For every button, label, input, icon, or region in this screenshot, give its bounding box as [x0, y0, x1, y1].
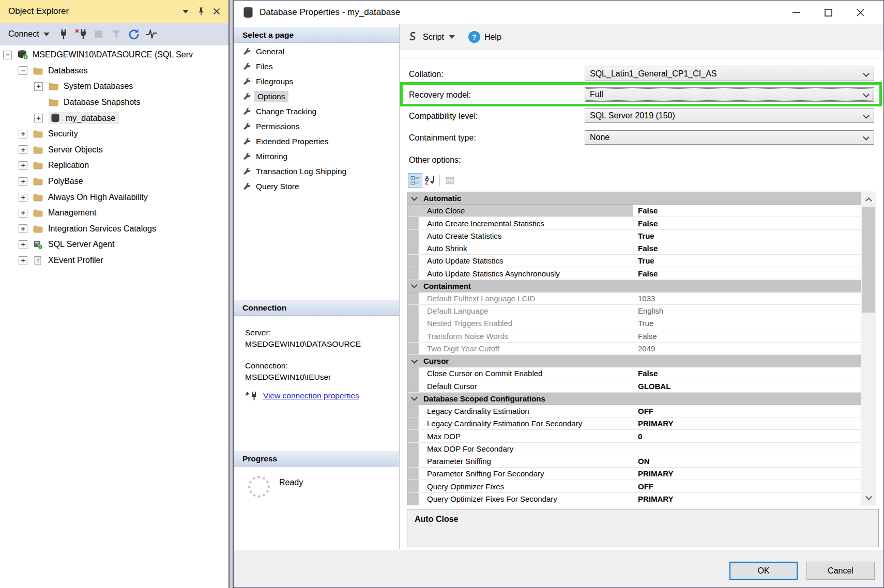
connect-object-explorer-icon[interactable]: [55, 26, 72, 42]
selected-tree-item[interactable]: my_database: [49, 112, 119, 124]
scroll-up-icon[interactable]: [861, 192, 876, 207]
expand-icon[interactable]: +: [34, 82, 43, 91]
tree-item-server-objects[interactable]: + Server Objects: [0, 142, 228, 158]
compatibility-level-combobox[interactable]: SQL Server 2019 (150): [585, 109, 874, 123]
tree-item-security[interactable]: + Security: [0, 126, 228, 142]
tree-item-system-databases[interactable]: + System Databases: [0, 79, 228, 95]
tree-item-label: System Databases: [64, 82, 133, 91]
compatibility-level-value: SQL Server 2019 (150): [590, 111, 675, 120]
tree-item-always-on[interactable]: + Always On High Availability: [0, 189, 228, 205]
grid-category-containment[interactable]: Containment: [407, 280, 861, 292]
tree-item-label: my_database: [66, 114, 115, 123]
connect-button[interactable]: Connect: [3, 27, 55, 41]
close-button[interactable]: [844, 1, 876, 24]
tree-item-replication[interactable]: + Replication: [0, 158, 228, 174]
page-general[interactable]: General: [234, 44, 399, 59]
grid-row[interactable]: Auto Update Statistics AsynchronouslyFal…: [407, 267, 861, 280]
close-icon[interactable]: [209, 4, 224, 19]
help-button[interactable]: ? Help: [468, 31, 501, 43]
maximize-button[interactable]: [812, 1, 844, 24]
page-list: General Files Filegroups Options Change …: [234, 44, 399, 194]
expand-icon[interactable]: +: [19, 193, 27, 202]
expand-icon[interactable]: +: [19, 177, 27, 186]
page-query-store[interactable]: Query Store: [234, 179, 399, 194]
expand-icon[interactable]: +: [19, 161, 27, 170]
grid-row[interactable]: Max DOP For Secondary: [407, 443, 861, 455]
expand-icon[interactable]: +: [19, 256, 27, 265]
alphabetical-sort-button[interactable]: AZ: [422, 173, 437, 188]
expand-icon[interactable]: +: [19, 240, 27, 249]
select-a-page-header: Select a page: [234, 27, 399, 43]
grid-row[interactable]: Query Optimizer Fixes For SecondaryPRIMA…: [407, 493, 861, 505]
page-transaction-log-shipping[interactable]: Transaction Log Shipping: [234, 164, 399, 179]
pin-icon[interactable]: [193, 4, 209, 19]
page-extended-properties[interactable]: Extended Properties: [234, 134, 399, 149]
grid-row: Nested Triggers EnabledTrue: [407, 317, 861, 330]
page-change-tracking[interactable]: Change Tracking: [234, 104, 399, 119]
grid-row[interactable]: Auto Update StatisticsTrue: [407, 255, 861, 267]
grid-row[interactable]: Close Cursor on Commit EnabledFalse: [407, 367, 861, 380]
recovery-model-combobox[interactable]: Full: [585, 87, 874, 102]
tree-item-management[interactable]: + Management: [0, 205, 228, 221]
grid-row[interactable]: Auto ShrinkFalse: [407, 242, 861, 255]
scroll-down-icon[interactable]: [861, 490, 876, 505]
window-position-menu-icon[interactable]: [178, 4, 193, 19]
tree-item-xevent-profiler[interactable]: + XEvent Profiler: [0, 253, 228, 269]
dialog-titlebar[interactable]: Database Properties - my_database: [234, 1, 883, 24]
wrench-icon: [242, 167, 251, 176]
grid-row[interactable]: Parameter SniffingON: [407, 455, 861, 468]
grid-row[interactable]: Default CursorGLOBAL: [407, 380, 861, 393]
property-pages-icon: [445, 176, 455, 185]
categorized-view-button[interactable]: [408, 173, 422, 188]
expand-icon[interactable]: +: [19, 130, 27, 138]
expand-icon[interactable]: +: [19, 224, 27, 233]
chevron-down-icon: [863, 70, 870, 77]
page-options[interactable]: Options: [234, 89, 399, 104]
grid-row[interactable]: Max DOP0: [407, 430, 861, 442]
grid-category-cursor[interactable]: Cursor: [407, 355, 861, 367]
minimize-button[interactable]: [780, 1, 812, 24]
tree-item-polybase[interactable]: + PolyBase: [0, 174, 228, 190]
wrench-icon: [242, 77, 251, 86]
view-connection-properties-link[interactable]: View connection properties: [263, 391, 359, 400]
grid-row-auto-close[interactable]: Auto CloseFalse: [407, 205, 861, 217]
tree-item-sql-server-agent[interactable]: + SQL Server Agent: [0, 237, 228, 253]
activity-monitor-icon[interactable]: [143, 26, 160, 42]
grid-row[interactable]: Legacy Cardinality Estimation For Second…: [407, 417, 861, 430]
object-explorer-titlebar[interactable]: Object Explorer: [0, 0, 228, 23]
disconnect-icon[interactable]: [72, 26, 90, 42]
dialog-button-bar: OK Cancel: [234, 550, 883, 587]
grid-row[interactable]: Query Optimizer FixesOFF: [407, 480, 861, 492]
tree-item-my-database[interactable]: + my_database: [0, 110, 228, 126]
grid-row[interactable]: Auto Create StatisticsTrue: [407, 230, 861, 242]
refresh-icon[interactable]: [125, 26, 143, 42]
containment-type-combobox[interactable]: None: [585, 130, 874, 145]
chevron-down-icon[interactable]: [449, 35, 455, 39]
grid-category-database-scoped-configurations[interactable]: Database Scoped Configurations: [407, 393, 861, 405]
tree-item-integration-services[interactable]: + Integration Services Catalogs: [0, 221, 228, 237]
grid-row[interactable]: Legacy Cardinality EstimationOFF: [407, 405, 861, 417]
ok-button[interactable]: OK: [729, 562, 798, 580]
page-permissions[interactable]: Permissions: [234, 119, 399, 134]
expand-icon[interactable]: +: [19, 209, 27, 218]
collapse-icon[interactable]: −: [3, 51, 12, 59]
tree-item-database-snapshots[interactable]: + Database Snapshots: [0, 95, 228, 111]
script-label: Script: [423, 33, 444, 42]
page-files[interactable]: Files: [234, 59, 399, 74]
collation-combobox[interactable]: SQL_Latin1_General_CP1_CI_AS: [585, 67, 874, 81]
expand-icon[interactable]: +: [34, 114, 43, 122]
expand-icon[interactable]: +: [19, 145, 27, 154]
script-button[interactable]: Script: [408, 32, 455, 43]
tree-item-server[interactable]: − MSEDGEWIN10\DATASOURCE (SQL Serv: [0, 47, 228, 63]
collapse-icon[interactable]: −: [19, 66, 27, 75]
grid-category-automatic[interactable]: Automatic: [407, 192, 861, 205]
property-description-panel: Auto Close: [407, 509, 879, 547]
cancel-button[interactable]: Cancel: [806, 562, 875, 580]
tree-item-databases[interactable]: − Databases: [0, 63, 228, 79]
grid-row[interactable]: Parameter Sniffing For SecondaryPRIMARY: [407, 468, 861, 480]
grid-row[interactable]: Auto Create Incremental StatisticsFalse: [407, 217, 861, 229]
grid-scrollbar[interactable]: [861, 192, 876, 505]
scrollbar-thumb[interactable]: [862, 207, 875, 313]
page-mirroring[interactable]: Mirroring: [234, 149, 399, 164]
page-filegroups[interactable]: Filegroups: [234, 74, 399, 89]
